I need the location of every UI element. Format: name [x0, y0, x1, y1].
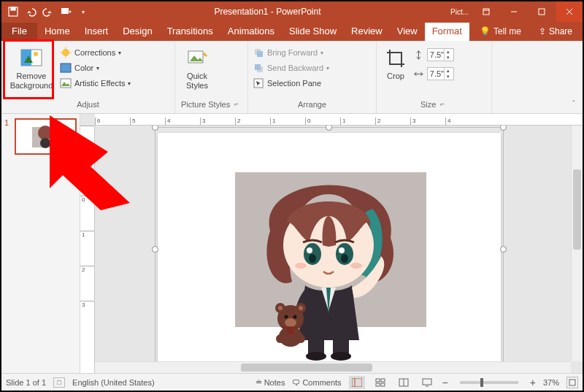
size-dialog-launcher[interactable]: ⌐ — [437, 100, 447, 112]
tutorial-highlight — [3, 39, 54, 99]
zoom-level[interactable]: 37% — [543, 378, 559, 387]
language-indicator[interactable]: English (United States) — [72, 378, 155, 387]
close-button[interactable] — [556, 1, 583, 22]
ribbon-tabs: File Home Insert Design Transitions Anim… — [1, 22, 583, 41]
crop-button[interactable]: Crop — [381, 44, 410, 84]
slideshow-view-icon[interactable] — [419, 376, 435, 389]
width-icon — [413, 69, 424, 80]
color-label: Color — [74, 64, 93, 72]
send-backward-label: Send Backward — [267, 64, 323, 72]
redo-icon[interactable] — [42, 6, 54, 18]
group-size: Crop 7.5"▴▾ 7.5"▴▾ Size ⌐ — [377, 41, 492, 113]
send-backward-button[interactable]: Send Backward▾ — [253, 61, 329, 75]
window-title: Presentation1 - PowerPoint — [89, 7, 446, 17]
corrections-icon — [60, 47, 72, 58]
scrollbar-thumb[interactable] — [573, 169, 581, 250]
chevron-down-icon: ▾ — [96, 65, 99, 72]
slide-indicator: Slide 1 of 1 — [6, 378, 46, 387]
picture-styles-dialog-launcher[interactable]: ⌐ — [231, 100, 242, 112]
ribbon-options-icon[interactable] — [473, 1, 499, 22]
arrange-group-label: Arrange — [248, 100, 376, 113]
scrollbar-thumb[interactable] — [241, 364, 372, 372]
selection-pane-button[interactable]: Selection Pane — [253, 76, 329, 91]
tab-design[interactable]: Design — [115, 23, 159, 41]
ruler-horizontal: 65432101234 — [95, 114, 583, 126]
tab-view[interactable]: View — [390, 23, 425, 41]
resize-handle-e[interactable] — [500, 246, 507, 253]
bring-forward-button[interactable]: Bring Forward▾ — [253, 45, 329, 60]
svg-rect-71 — [381, 379, 385, 382]
horizontal-scrollbar[interactable] — [95, 361, 571, 373]
quick-styles-label: Quick Styles — [181, 72, 213, 90]
color-button[interactable]: Color▾ — [60, 61, 131, 75]
svg-rect-76 — [423, 379, 431, 385]
chevron-down-icon: ▾ — [118, 50, 121, 56]
start-from-beginning-icon[interactable] — [60, 6, 72, 18]
picture-styles-group-label: Picture Styles — [181, 100, 230, 112]
group-adjust: Remove Background Corrections▾ Color▾ Ar… — [1, 41, 175, 113]
svg-rect-68 — [352, 378, 362, 387]
share-button[interactable]: ⇪ Share — [529, 26, 583, 41]
undo-icon[interactable] — [25, 6, 36, 18]
svg-point-12 — [62, 49, 69, 56]
resize-handle-n[interactable] — [326, 126, 332, 131]
quick-styles-icon — [185, 47, 209, 70]
height-input[interactable]: 7.5"▴▾ — [427, 48, 454, 61]
tab-insert[interactable]: Insert — [77, 23, 116, 41]
minimize-button[interactable] — [501, 1, 527, 22]
resize-handle-ne[interactable] — [500, 126, 507, 131]
spellcheck-icon[interactable]: □ — [53, 377, 65, 388]
artistic-effects-button[interactable]: Artistic Effects▾ — [60, 76, 131, 91]
slide-number: 1 — [4, 118, 12, 155]
slide-sorter-view-icon[interactable] — [372, 376, 388, 389]
document-title: Presentation1 - PowerPoint — [214, 7, 320, 17]
zoom-out-button[interactable]: − — [442, 377, 448, 388]
collapse-ribbon-icon[interactable]: ˆ — [568, 100, 580, 112]
tab-format[interactable]: Format — [425, 23, 469, 41]
svg-rect-70 — [376, 379, 380, 382]
app-window: ▾ Presentation1 - PowerPoint Pict... Fil… — [0, 0, 584, 392]
qat-dropdown-icon[interactable]: ▾ — [77, 6, 89, 18]
tab-slideshow[interactable]: Slide Show — [282, 23, 344, 41]
svg-rect-73 — [381, 383, 385, 386]
svg-rect-30 — [257, 51, 263, 57]
svg-rect-78 — [569, 380, 575, 385]
svg-rect-32 — [255, 64, 261, 70]
slide[interactable] — [158, 133, 501, 361]
quick-styles-button[interactable]: Quick Styles — [180, 44, 215, 93]
selection-pane-icon — [253, 77, 264, 89]
fit-to-window-button[interactable] — [566, 377, 578, 388]
tab-home[interactable]: Home — [37, 23, 77, 41]
quick-access-toolbar: ▾ — [1, 6, 89, 18]
resize-handle-w[interactable] — [152, 246, 158, 253]
comments-button[interactable]: 🗨 Comments — [292, 378, 341, 387]
tell-me-label: Tell me — [493, 26, 521, 36]
artistic-effects-icon — [60, 77, 72, 89]
group-picture-styles: Quick Styles Picture Styles ⌐ — [175, 41, 248, 113]
zoom-in-button[interactable]: + — [530, 377, 536, 388]
height-icon — [413, 50, 424, 61]
group-arrange: Bring Forward▾ Send Backward▾ Selection … — [248, 41, 377, 113]
normal-view-icon[interactable] — [349, 376, 365, 389]
width-input[interactable]: 7.5"▴▾ — [427, 67, 454, 80]
notes-button[interactable]: ≐ Notes — [256, 377, 285, 387]
adjust-group-label: Adjust — [1, 100, 174, 113]
tell-me[interactable]: 💡 Tell me — [472, 26, 529, 41]
vertical-scrollbar[interactable] — [571, 126, 583, 361]
svg-rect-5 — [539, 9, 545, 15]
save-icon[interactable] — [7, 6, 19, 18]
zoom-slider-handle[interactable] — [480, 378, 483, 387]
svg-rect-72 — [376, 383, 380, 386]
canvas[interactable] — [95, 126, 571, 361]
zoom-slider[interactable] — [460, 381, 518, 384]
corrections-button[interactable]: Corrections▾ — [60, 45, 131, 60]
corrections-label: Corrections — [74, 48, 115, 57]
tab-transitions[interactable]: Transitions — [160, 23, 220, 41]
maximize-button[interactable] — [529, 1, 555, 22]
tab-file[interactable]: File — [1, 23, 37, 41]
bring-forward-label: Bring Forward — [267, 48, 318, 57]
tab-animations[interactable]: Animations — [220, 23, 282, 41]
height-value: 7.5" — [430, 50, 444, 59]
tab-review[interactable]: Review — [344, 23, 390, 41]
reading-view-icon[interactable] — [396, 376, 412, 389]
